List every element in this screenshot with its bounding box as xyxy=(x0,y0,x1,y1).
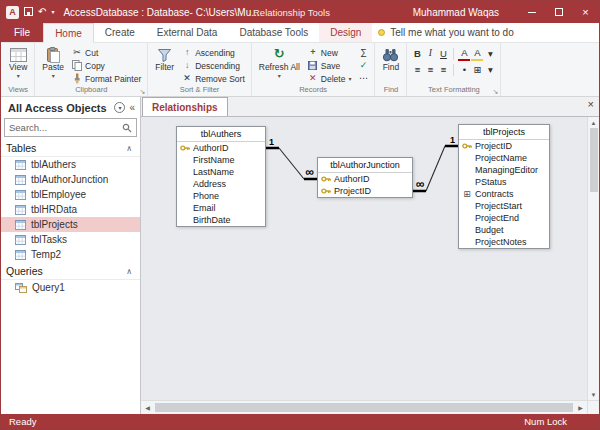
copy-button[interactable]: Copy xyxy=(70,59,143,72)
quick-access-caret-icon[interactable]: ▾ xyxy=(51,9,54,15)
relationship-table-tblAuthorJunction[interactable]: tblAuthorJunctionAuthorIDProjectID xyxy=(317,157,413,198)
ribbon-tab-home[interactable]: Home xyxy=(43,23,94,43)
field-Contracts[interactable]: ⊞Contracts xyxy=(459,188,549,200)
section-collapse-icon[interactable]: ∧ xyxy=(126,144,132,153)
app-body: All Access Objects ▾ « Search... Tables∧… xyxy=(1,97,599,414)
find-button[interactable]: Find xyxy=(379,45,402,73)
nav-item-tblprojects[interactable]: tblProjects xyxy=(1,217,140,232)
field-Phone[interactable]: Phone xyxy=(177,190,265,202)
save-quick-icon[interactable] xyxy=(24,7,33,18)
tab-relationships[interactable]: Relationships xyxy=(142,97,228,116)
nav-section-tables[interactable]: Tables∧ xyxy=(1,139,140,157)
format-painter-button[interactable]: Format Painter xyxy=(70,72,143,85)
filter-button[interactable]: Filter xyxy=(152,45,177,73)
paste-button[interactable]: Paste ▾ xyxy=(39,45,67,80)
relationship-table-tblProjects[interactable]: tblProjectsProjectIDProjectNameManagingE… xyxy=(458,124,550,249)
scroll-right-icon[interactable]: ▶ xyxy=(574,404,587,411)
font-color-button[interactable]: A xyxy=(458,48,470,61)
remove-sort-button[interactable]: ✕Remove Sort xyxy=(180,72,247,85)
nav-item-tblauthers[interactable]: tblAuthers xyxy=(1,157,140,172)
field-LastName[interactable]: LastName xyxy=(177,166,265,178)
undo-icon[interactable]: ↶ xyxy=(38,7,46,17)
nav-item-tblauthorjunction[interactable]: tblAuthorJunction xyxy=(1,172,140,187)
field-Address[interactable]: Address xyxy=(177,178,265,190)
document-close-icon[interactable]: × xyxy=(588,99,594,110)
align-right-button[interactable]: ≡ xyxy=(437,63,449,77)
nav-item-tblhrdata[interactable]: tblHRData xyxy=(1,202,140,217)
field-ProjectNotes[interactable]: ProjectNotes xyxy=(459,236,549,248)
field-ProjectEnd[interactable]: ProjectEnd xyxy=(459,212,549,224)
navigation-pane: All Access Objects ▾ « Search... Tables∧… xyxy=(1,97,141,414)
nav-section-queries[interactable]: Queries∧ xyxy=(1,262,140,280)
section-collapse-icon[interactable]: ∧ xyxy=(126,267,132,276)
ribbon-tab-database-tools[interactable]: Database Tools xyxy=(228,23,319,42)
descending-button[interactable]: ↓Descending xyxy=(180,59,247,72)
field-ProjectName[interactable]: ProjectName xyxy=(459,152,549,164)
ribbon-tab-external-data[interactable]: External Data xyxy=(146,23,229,42)
nav-item-tblemployee[interactable]: tblEmployee xyxy=(1,187,140,202)
field-FirstName[interactable]: FirstName xyxy=(177,154,265,166)
ribbon-tab-row: FileHomeCreateExternal DataDatabase Tool… xyxy=(1,23,599,43)
align-left-button[interactable]: ≡ xyxy=(411,63,423,77)
tell-me-box[interactable]: Tell me what you want to do xyxy=(378,23,513,42)
horizontal-scroll-thumb[interactable] xyxy=(155,403,573,412)
spelling-button[interactable]: ✓ xyxy=(356,59,370,72)
field-ProjectID[interactable]: ProjectID xyxy=(459,140,549,152)
view-button-label: View xyxy=(9,63,27,73)
relationship-table-tblAuthers[interactable]: tblAuthersAuthorIDFirstNameLastNameAddre… xyxy=(176,126,266,227)
ribbon-tab-create[interactable]: Create xyxy=(94,23,146,42)
nav-item-tbltasks[interactable]: tblTasks xyxy=(1,232,140,247)
shutter-close-icon[interactable]: « xyxy=(129,103,135,113)
gridlines-caret-icon[interactable]: ▾ xyxy=(484,63,496,77)
view-button[interactable]: View ▾ xyxy=(6,45,30,80)
field-ManagingEditor[interactable]: ManagingEditor xyxy=(459,164,549,176)
sort-filter-group-label: Sort & Filter xyxy=(148,85,251,96)
table-icon xyxy=(15,160,26,170)
user-name[interactable]: Muhammad Waqas xyxy=(413,1,499,23)
access-app-icon[interactable]: A xyxy=(6,6,19,19)
horizontal-scrollbar[interactable]: ◀ ▶ xyxy=(141,400,599,414)
minimize-button[interactable] xyxy=(518,1,545,23)
field-Budget[interactable]: Budget xyxy=(459,224,549,236)
field-AuthorID[interactable]: AuthorID xyxy=(177,142,265,154)
new-record-button[interactable]: +New xyxy=(306,46,354,59)
field-PStatus[interactable]: PStatus xyxy=(459,176,549,188)
totals-button[interactable]: ∑ xyxy=(356,46,370,59)
svg-text:∞: ∞ xyxy=(416,177,425,191)
refresh-all-label: Refresh All xyxy=(259,63,300,73)
search-box[interactable]: Search... xyxy=(4,118,137,137)
bold-button[interactable]: B xyxy=(411,47,423,61)
ribbon-tab-design[interactable]: Design xyxy=(319,23,372,42)
highlight-button[interactable]: A xyxy=(471,48,483,61)
records-group-label: Records xyxy=(252,85,375,96)
nav-menu-icon[interactable]: ▾ xyxy=(114,102,125,113)
field-AuthorID[interactable]: AuthorID xyxy=(318,173,412,185)
nav-item-query1[interactable]: Query1 xyxy=(1,280,140,295)
field-ProjectID[interactable]: ProjectID xyxy=(318,185,412,197)
field-ProjectStart[interactable]: ProjectStart xyxy=(459,200,549,212)
align-center-button[interactable]: ≡ xyxy=(424,63,436,77)
scroll-left-icon[interactable]: ◀ xyxy=(141,404,154,411)
gridlines-button[interactable]: ⊞ xyxy=(471,63,483,77)
more-button[interactable]: ⋯ xyxy=(356,72,370,85)
font-caret-icon[interactable]: ▾ xyxy=(484,47,496,61)
bullets-button[interactable]: • xyxy=(458,63,470,77)
ascending-button[interactable]: ↑Ascending xyxy=(180,46,247,59)
ribbon-tab-file[interactable]: File xyxy=(1,23,43,42)
nav-item-temp2[interactable]: Temp2 xyxy=(1,247,140,262)
save-record-button[interactable]: Save xyxy=(306,59,354,72)
table-title: tblProjects xyxy=(459,125,549,140)
cut-button[interactable]: ✂Cut xyxy=(70,46,143,59)
italic-button[interactable]: I xyxy=(424,47,436,61)
table-icon xyxy=(15,220,26,230)
field-BirthDate[interactable]: BirthDate xyxy=(177,214,265,226)
maximize-button[interactable] xyxy=(545,1,572,23)
delete-record-button[interactable]: ✕Delete▾ xyxy=(306,72,354,85)
relationship-canvas[interactable]: ▲ ▼ 1∞∞1tblAuthersAuthorIDFirstNameLastN… xyxy=(141,117,599,400)
field-Email[interactable]: Email xyxy=(177,202,265,214)
search-input[interactable]: Search... xyxy=(9,122,118,133)
search-icon xyxy=(122,123,132,133)
refresh-all-button[interactable]: ↻ Refresh All ▾ xyxy=(256,45,303,80)
underline-button[interactable]: U xyxy=(437,47,449,61)
close-button[interactable]: × xyxy=(572,1,599,23)
